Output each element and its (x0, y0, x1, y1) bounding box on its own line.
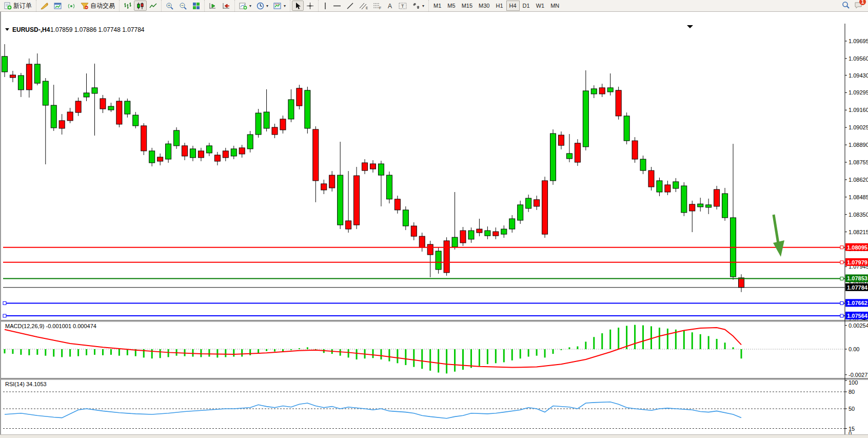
zoom-out-icon (179, 2, 187, 10)
svg-text:50: 50 (849, 406, 855, 412)
chart-shift-icon (222, 2, 230, 10)
text-label-icon: T (399, 2, 407, 10)
vertical-line-icon (323, 2, 328, 10)
signal-icon (67, 2, 75, 10)
new-chart-button[interactable] (51, 1, 65, 11)
search-icon[interactable] (842, 1, 850, 11)
svg-text:-0.002733: -0.002733 (849, 372, 868, 378)
svg-text:F: F (379, 6, 381, 10)
zoom-in-icon (166, 2, 174, 10)
candlestick-mode-button[interactable] (134, 1, 147, 11)
window-bottom-edge (0, 434, 868, 438)
svg-text:1.09430: 1.09430 (849, 72, 868, 79)
horizontal-line-tool-button[interactable] (330, 1, 344, 11)
autotrading-label: 自动交易 (90, 2, 115, 10)
timeframe-button-m1[interactable]: M1 (430, 1, 444, 11)
svg-text:1.08485: 1.08485 (849, 194, 868, 200)
equidistant-channel-icon: E (359, 2, 368, 10)
svg-text:1.07662: 1.07662 (847, 300, 867, 306)
arrows-tool-button[interactable]: ▾ (410, 1, 427, 11)
chevron-down-icon: ▾ (422, 4, 424, 8)
chart-shift-button[interactable] (220, 1, 233, 11)
svg-text:1.07564: 1.07564 (847, 313, 868, 319)
new-order-icon (4, 2, 12, 10)
fibonacci-icon: F (373, 2, 382, 10)
channel-tool-button[interactable]: E (357, 1, 370, 11)
zoom-out-button[interactable] (176, 1, 190, 11)
crosshair-icon (306, 2, 314, 10)
eurusd-h4-chart-canvas[interactable]: 1.096951.095601.094301.092951.091601.090… (1, 11, 868, 438)
auto-scroll-button[interactable] (206, 1, 220, 11)
notifications-button[interactable]: 1 (854, 1, 863, 11)
timeframe-button-w1[interactable]: W1 (533, 1, 548, 11)
svg-text:0.00: 0.00 (849, 346, 859, 352)
arrows-icon (412, 2, 420, 10)
chart-window[interactable]: 1.096951.095601.094301.092951.091601.090… (0, 11, 868, 434)
macd-label: MACD(12,26,9) -0.001001 0.000474 (5, 323, 96, 329)
notification-badge: 1 (859, 0, 866, 5)
text-label-tool-button[interactable]: T (396, 1, 410, 11)
timeframe-group: M1M5M15M30H1H4D1W1MN (428, 0, 564, 11)
chevron-down-icon: ▾ (284, 4, 286, 8)
autotrading-button[interactable]: 自动交易 (78, 1, 117, 11)
text-tool-button[interactable]: A (384, 1, 396, 11)
auto-scroll-icon (209, 2, 217, 10)
svg-text:1.08620: 1.08620 (849, 177, 868, 183)
tile-windows-icon (192, 2, 200, 10)
templates-icon (273, 2, 282, 10)
new-order-label: 新订单 (13, 2, 32, 10)
trendline-icon (346, 2, 354, 10)
crosshair-tool-button[interactable] (304, 1, 317, 11)
svg-text:1.09560: 1.09560 (849, 55, 868, 62)
timeframe-button-m15[interactable]: M15 (459, 1, 476, 11)
line-chart-icon (149, 2, 157, 10)
svg-text:1.07979: 1.07979 (847, 259, 867, 265)
svg-text:0.002543: 0.002543 (849, 322, 868, 329)
indicators-icon (239, 2, 247, 10)
tile-windows-button[interactable] (190, 1, 203, 11)
timeframe-button-m30[interactable]: M30 (476, 1, 492, 11)
metaeditor-button[interactable] (38, 1, 51, 11)
svg-text:E: E (366, 6, 368, 10)
cursor-tool-button[interactable] (292, 1, 304, 11)
line-chart-mode-button[interactable] (147, 1, 160, 11)
horizontal-line-icon (333, 2, 341, 10)
trendline-tool-button[interactable] (344, 1, 357, 11)
svg-text:1.09695: 1.09695 (849, 38, 868, 44)
signals-button[interactable] (65, 1, 78, 11)
svg-text:100: 100 (849, 379, 858, 386)
timeframe-button-m5[interactable]: M5 (444, 1, 458, 11)
svg-text:80: 80 (849, 389, 855, 395)
cursor-arrow-icon (294, 2, 301, 10)
rsi-label: RSI(14) 34.1053 (5, 381, 47, 387)
svg-text:1.08350: 1.08350 (849, 212, 868, 218)
timeframe-button-d1[interactable]: D1 (520, 1, 533, 11)
svg-text:1.09160: 1.09160 (849, 107, 868, 113)
svg-text:T: T (401, 4, 404, 9)
timeframe-button-h1[interactable]: H1 (492, 1, 506, 11)
autotrading-icon (81, 2, 89, 10)
crayon-icon (41, 2, 49, 10)
periods-button[interactable]: ▾ (254, 1, 271, 11)
fibonacci-tool-button[interactable]: F (370, 1, 384, 11)
vertical-line-tool-button[interactable] (320, 1, 330, 11)
svg-text:EURUSD-,H4: EURUSD-,H4 (12, 26, 50, 33)
svg-text:1.08215: 1.08215 (849, 229, 868, 235)
svg-text:1.09295: 1.09295 (849, 89, 868, 96)
svg-text:1.08890: 1.08890 (849, 142, 868, 148)
current-price-badge: 1.07784 (847, 284, 868, 291)
new-order-button[interactable]: 新订单 (2, 1, 34, 11)
chevron-down-icon: ▾ (266, 4, 268, 8)
chart-title: EURUSD-,H41.07859 1.07886 1.07748 1.0778… (5, 26, 145, 33)
svg-text:1.08095: 1.08095 (847, 244, 867, 251)
indicators-button[interactable]: ▾ (236, 1, 254, 11)
templates-button[interactable]: ▾ (271, 1, 288, 11)
bar-chart-mode-button[interactable] (121, 1, 134, 11)
clock-icon (257, 2, 264, 10)
chart-window-icon (54, 2, 62, 10)
zoom-in-button[interactable] (163, 1, 176, 11)
timeframe-button-h4[interactable]: H4 (506, 1, 520, 11)
timeframe-button-mn[interactable]: MN (547, 1, 562, 11)
svg-text:A: A (388, 3, 392, 10)
candlestick-icon (136, 2, 144, 10)
